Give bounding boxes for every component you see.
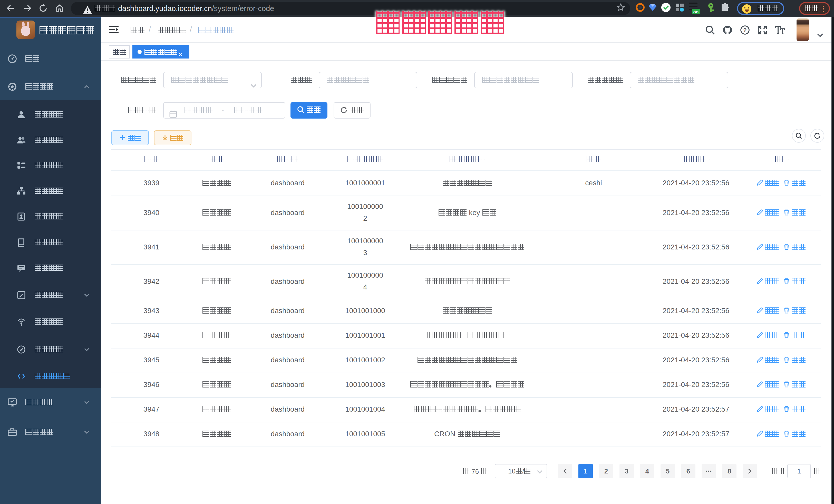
svg-text:on: on xyxy=(694,9,699,14)
svg-text:?: ? xyxy=(743,27,746,34)
